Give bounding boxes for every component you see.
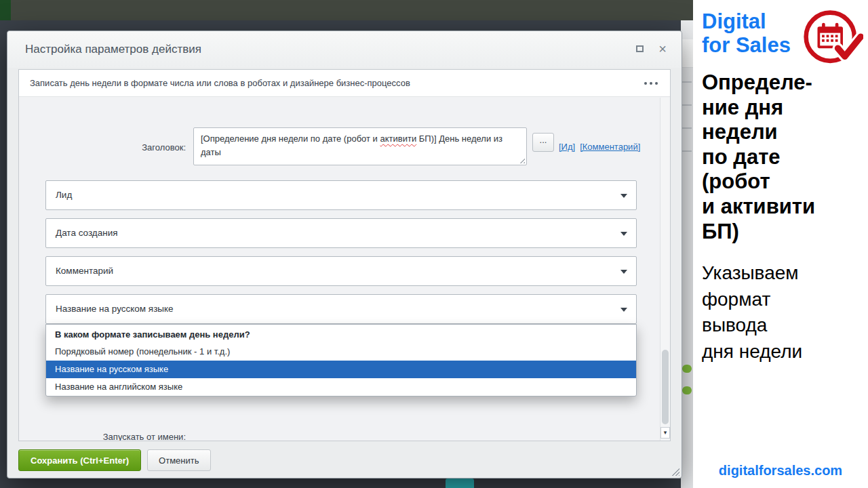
page-button-fragment: [446, 479, 474, 488]
heading-line: Определе-: [702, 70, 861, 96]
title-field-label: Заголовок:: [19, 142, 186, 152]
heading-line: ние дня: [702, 96, 861, 121]
dialog-resize-grip[interactable]: [671, 468, 679, 476]
sidebar-note: Указываем формат вывода дня недели: [702, 260, 861, 365]
page-topbar: [0, 0, 693, 20]
dialog-titlebar[interactable]: Настройка параметров действия ×: [7, 31, 682, 68]
select-entity[interactable]: Лид: [45, 180, 637, 210]
heading-line: и активити: [702, 195, 861, 220]
sidebar-heading: Определе- ние дня недели по дате (робот …: [702, 70, 861, 244]
screen: Настройка параметров действия × Записать…: [0, 0, 868, 488]
dropdown-question[interactable]: В каком формате записываем день недели?: [46, 325, 636, 343]
chevron-down-icon: [620, 194, 627, 198]
note-line: формат: [702, 287, 861, 313]
scroll-down-icon[interactable]: ▾: [660, 427, 670, 439]
title-more-button[interactable]: ...: [532, 133, 554, 152]
textarea-resize-grip[interactable]: [518, 157, 525, 163]
dropdown-option-selected[interactable]: Название на русском языке: [46, 361, 636, 378]
page-content-sliver: [681, 20, 693, 488]
parameters-form: Заголовок: [Определение дня недели по да…: [19, 98, 670, 441]
dialog-body: Записать день недели в формате числа или…: [18, 69, 671, 441]
maximize-icon[interactable]: [636, 45, 644, 52]
title-text-before: [Определение дня недели по дате (робот и: [201, 134, 380, 144]
dropdown-option[interactable]: Порядковый номер (понедельник - 1 и т.д.…: [46, 343, 636, 361]
note-line: дня недели: [702, 339, 861, 365]
dialog-title: Настройка параметров действия: [25, 43, 201, 56]
format-dropdown-list: В каком формате записываем день недели? …: [45, 324, 637, 396]
money-badge-fragment: [682, 365, 692, 373]
select-format[interactable]: Название на русском языке: [45, 294, 637, 324]
row-fragment: [682, 150, 692, 152]
title-textarea[interactable]: [Определение дня недели по дате (робот и…: [193, 127, 527, 165]
activity-description-bar: Записать день недели в формате числа или…: [19, 70, 670, 97]
insert-links: [Ид][Комментарий]: [559, 142, 645, 152]
form-scrollbar[interactable]: ▾: [660, 98, 670, 441]
row-fragment: [682, 81, 692, 83]
note-line: Указываем: [702, 260, 861, 287]
heading-line: (робот: [702, 169, 861, 195]
chevron-down-icon: [620, 232, 627, 236]
close-icon[interactable]: ×: [658, 44, 667, 54]
activity-description: Записать день недели в формате числа или…: [30, 78, 410, 88]
money-badge-fragment: [682, 386, 692, 394]
cancel-button[interactable]: Отменить: [147, 449, 210, 471]
heading-line: БП): [702, 220, 861, 245]
row-fragment: [682, 127, 692, 129]
site-logo-fragment: [0, 0, 11, 20]
calendar-logo-icon: [802, 9, 863, 70]
action-settings-dialog: Настройка параметров действия × Записать…: [7, 30, 682, 479]
row-fragment: [682, 104, 692, 106]
select-target-field[interactable]: Комментарий: [45, 256, 637, 286]
dropdown-option[interactable]: Название на английском языке: [46, 378, 636, 396]
save-button[interactable]: Сохранить (Ctrl+Enter): [18, 449, 141, 471]
branding-sidebar: Digital for Sales Определе- ние дня неде…: [693, 0, 868, 488]
comment-link[interactable]: [Комментарий]: [580, 142, 640, 152]
more-actions-icon[interactable]: [643, 78, 659, 89]
title-text-misspelled: активити: [380, 134, 416, 144]
window-controls: ×: [636, 44, 667, 54]
select-format-value: Название на русском языке: [56, 304, 174, 314]
dialog-footer: Сохранить (Ctrl+Enter) Отменить: [18, 449, 211, 471]
chevron-down-icon: [620, 270, 627, 274]
table-header-fragment: [681, 39, 693, 68]
run-as-label: Запускать от имени:: [19, 432, 186, 441]
scrollbar-thumb[interactable]: [662, 350, 669, 424]
select-target-field-value: Комментарий: [56, 266, 113, 276]
note-line: вывода: [702, 312, 861, 339]
select-entity-value: Лид: [56, 190, 72, 200]
chevron-down-icon: [620, 308, 627, 312]
select-date-field[interactable]: Дата создания: [45, 218, 637, 248]
website-url: digitalforsales.com: [693, 463, 868, 479]
id-link[interactable]: [Ид]: [559, 142, 575, 152]
heading-line: недели: [702, 120, 861, 145]
heading-line: по дате: [702, 145, 861, 170]
select-date-field-value: Дата создания: [56, 228, 118, 238]
